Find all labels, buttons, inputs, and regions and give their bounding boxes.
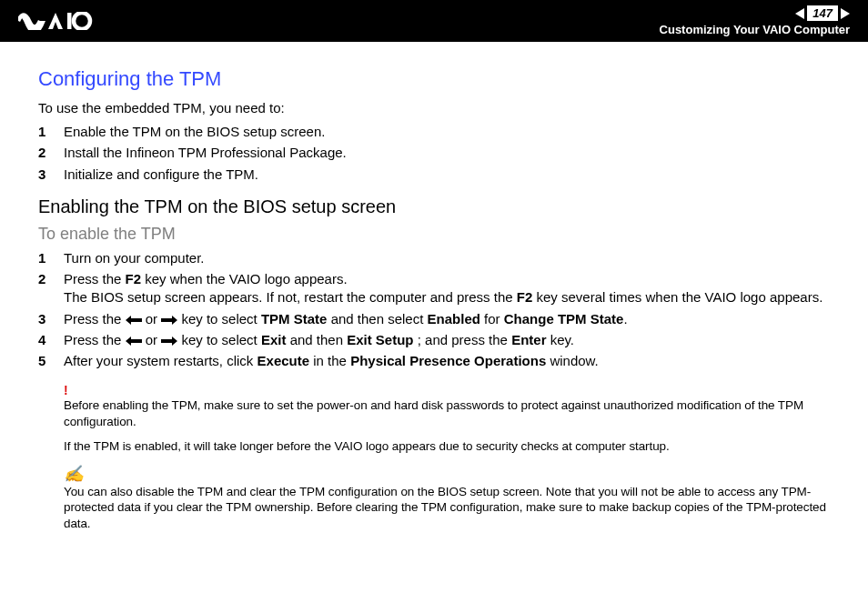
list-item: 1 Enable the TPM on the BIOS setup scree… [38, 123, 841, 141]
step-number: 3 [38, 310, 64, 328]
next-page-icon[interactable] [841, 8, 850, 19]
task-heading: To enable the TPM [38, 225, 841, 244]
step-number: 5 [38, 352, 64, 370]
page-number: 147 [807, 5, 838, 21]
key-name: Enter [511, 332, 546, 347]
text: or [146, 332, 162, 347]
warning-text: If the TPM is enabled, it will take long… [64, 438, 841, 455]
text: . [623, 311, 627, 327]
text: The BIOS setup screen appears. If not, r… [64, 289, 517, 305]
text: and then select [331, 311, 428, 327]
section-title: Customizing Your VAIO Computer [660, 23, 850, 36]
list-item: 2 Install the Infineon TPM Professional … [38, 144, 841, 162]
step-text: Enable the TPM on the BIOS setup screen. [64, 123, 841, 141]
warning-icon: ! [64, 383, 841, 397]
text: key several times when the VAIO logo app… [532, 289, 823, 305]
ui-term: Physical Presence Operations [350, 353, 546, 368]
prev-page-icon[interactable] [795, 8, 804, 19]
step-number: 2 [38, 144, 64, 162]
list-item: 4 Press the or key to select Exit and th… [38, 331, 841, 349]
step-text: Press the or key to select TPM State and… [64, 310, 841, 328]
step-number: 1 [38, 249, 64, 267]
key-name: F2 [126, 271, 142, 286]
right-arrow-icon [161, 337, 177, 346]
tip-text: You can also disable the TPM and clear t… [64, 484, 841, 532]
text: or [146, 311, 162, 327]
step-text: Press the or key to select Exit and then… [64, 331, 841, 349]
text: and then [290, 332, 348, 347]
page-title: Configuring the TPM [38, 67, 841, 91]
ui-term: Execute [257, 353, 310, 368]
step-number: 4 [38, 331, 64, 349]
step-text: Press the F2 key when the VAIO logo appe… [64, 270, 841, 307]
key-name: F2 [517, 289, 533, 305]
page-content: Configuring the TPM To use the embedded … [0, 42, 868, 532]
left-arrow-icon [126, 316, 142, 325]
svg-point-1 [74, 13, 90, 29]
left-arrow-icon [126, 337, 142, 346]
step-number: 3 [38, 166, 64, 184]
tip-icon: ✍ [64, 464, 841, 484]
text: After your system restarts, click [64, 353, 257, 368]
vaio-logo [0, 0, 118, 42]
list-item: 3 Initialize and configure the TPM. [38, 166, 841, 184]
step-number: 2 [38, 270, 64, 307]
text: key. [550, 332, 574, 347]
text: Press the [64, 311, 126, 327]
list-item: 5 After your system restarts, click Exec… [38, 352, 841, 370]
text: for [484, 311, 504, 327]
list-item: 2 Press the F2 key when the VAIO logo ap… [38, 270, 841, 307]
text: key to select [181, 332, 261, 347]
subheading: Enabling the TPM on the BIOS setup scree… [38, 196, 841, 217]
ui-term: Enabled [428, 311, 480, 327]
svg-rect-0 [67, 13, 72, 29]
notes-block: ! Before enabling the TPM, make sure to … [64, 383, 841, 531]
text: ; and press the [418, 332, 511, 347]
overview-steps: 1 Enable the TPM on the BIOS setup scree… [38, 123, 841, 184]
step-number: 1 [38, 123, 64, 141]
header-bar: 147 Customizing Your VAIO Computer [0, 0, 868, 42]
right-arrow-icon [161, 316, 177, 325]
text: Press the [64, 271, 126, 286]
ui-term: Change TPM State [504, 311, 624, 327]
ui-term: Exit [261, 332, 287, 347]
text: window. [550, 353, 598, 368]
step-text: Install the Infineon TPM Professional Pa… [64, 144, 841, 162]
text: key to select [181, 311, 261, 327]
text: Press the [64, 332, 126, 347]
intro-text: To use the embedded TPM, you need to: [38, 100, 841, 116]
header-right: 147 Customizing Your VAIO Computer [660, 0, 868, 42]
warning-text: Before enabling the TPM, make sure to se… [64, 397, 841, 429]
list-item: 3 Press the or key to select TPM State a… [38, 310, 841, 328]
page-nav: 147 [660, 5, 850, 21]
list-item: 1 Turn on your computer. [38, 249, 841, 267]
text: in the [313, 353, 350, 368]
step-text: Turn on your computer. [64, 249, 841, 267]
step-text: Initialize and configure the TPM. [64, 166, 841, 184]
enable-steps: 1 Turn on your computer. 2 Press the F2 … [38, 249, 841, 371]
step-text: After your system restarts, click Execut… [64, 352, 841, 370]
ui-term: TPM State [261, 311, 328, 327]
text: key when the VAIO logo appears. [141, 271, 348, 286]
vaio-logo-svg [18, 12, 118, 30]
ui-term: Exit Setup [347, 332, 413, 347]
